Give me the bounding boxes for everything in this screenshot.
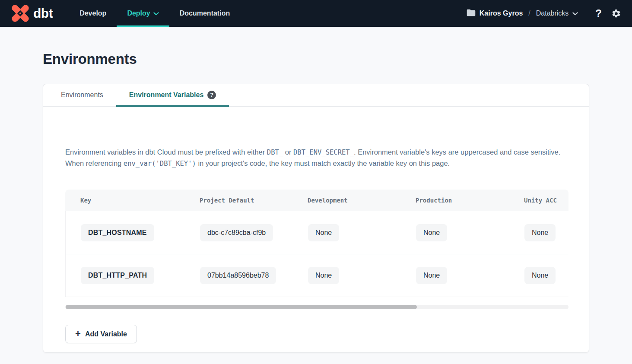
variable-key[interactable]: DBT_HTTP_PATH: [81, 267, 154, 284]
variable-unity-acc-value[interactable]: None: [524, 224, 556, 241]
nav-item-label: Deploy: [127, 9, 150, 17]
tab-label: Environments: [61, 91, 103, 99]
environments-card: Environments Environment Variables ? Env…: [43, 84, 589, 353]
variable-project-default[interactable]: dbc-c7c89cba-cf9b: [200, 224, 273, 241]
variable-production-value[interactable]: None: [416, 267, 447, 284]
project-separator: /: [528, 9, 530, 17]
dbt-logo[interactable]: dbt: [11, 0, 53, 27]
tab-environment-variables[interactable]: Environment Variables ?: [116, 84, 229, 107]
nav-item-develop[interactable]: Develop: [69, 0, 117, 27]
nav-item-label: Develop: [79, 9, 106, 17]
main-content: Environments Environments Environment Va…: [0, 27, 632, 353]
project-name: Databricks: [536, 9, 569, 17]
page-title: Environments: [43, 51, 589, 67]
column-header-project-default: Project Default: [184, 190, 292, 211]
code-snippet: env_var('DBT_KEY'): [124, 160, 196, 168]
folder-icon: [467, 9, 476, 18]
code-snippet: DBT_: [267, 149, 283, 156]
variables-table: Key Project Default Development Producti…: [65, 190, 568, 297]
column-header-unity-acc: Unity ACC: [509, 190, 568, 211]
nav-item-documentation[interactable]: Documentation: [169, 0, 240, 27]
gear-icon[interactable]: [611, 9, 621, 19]
top-navbar: dbt Develop Deploy Documentation Kairos: [0, 0, 632, 27]
description-part: or: [283, 148, 293, 156]
description-part: Environment variables in dbt Cloud must …: [65, 148, 267, 156]
table-row: DBT_HOSTNAME dbc-c7c89cba-cf9b None None…: [65, 211, 568, 254]
tab-help-icon[interactable]: ?: [207, 91, 216, 99]
horizontal-scrollbar-thumb[interactable]: [66, 305, 417, 309]
tab-bar: Environments Environment Variables ?: [43, 84, 589, 107]
column-header-key: Key: [65, 190, 184, 211]
nav-item-deploy[interactable]: Deploy: [117, 0, 169, 27]
chevron-down-icon: [153, 9, 159, 17]
description-text: Environment variables in dbt Cloud must …: [65, 147, 571, 169]
horizontal-scrollbar[interactable]: [65, 305, 568, 309]
chevron-down-icon: [572, 9, 578, 17]
add-variable-button[interactable]: + Add Variable: [65, 325, 137, 343]
plus-icon: +: [75, 329, 81, 339]
project-account: Kairos Gyros: [480, 9, 523, 17]
dbt-logo-icon: [11, 4, 30, 23]
column-header-development: Development: [292, 190, 400, 211]
add-variable-label: Add Variable: [85, 330, 127, 338]
nav-item-label: Documentation: [180, 9, 230, 17]
tab-label: Environment Variables: [129, 91, 204, 99]
variable-development-value[interactable]: None: [308, 224, 339, 241]
variable-development-value[interactable]: None: [308, 267, 339, 284]
page: dbt Develop Deploy Documentation Kairos: [0, 0, 632, 364]
tab-panel-environment-variables: Environment variables in dbt Cloud must …: [43, 107, 589, 343]
nav-right: Kairos Gyros / Databricks ?: [467, 0, 621, 27]
project-switcher[interactable]: Kairos Gyros / Databricks: [467, 9, 578, 18]
variable-production-value[interactable]: None: [416, 224, 447, 241]
column-header-production: Production: [400, 190, 509, 211]
nav-items: Develop Deploy Documentation: [69, 0, 240, 27]
table-row: DBT_HTTP_PATH 07bb14a8596beb78 None None…: [65, 254, 568, 297]
variable-unity-acc-value[interactable]: None: [524, 267, 556, 284]
description-part: in your project's code, the key must mat…: [196, 159, 450, 167]
variable-key[interactable]: DBT_HOSTNAME: [81, 224, 154, 241]
variable-project-default[interactable]: 07bb14a8596beb78: [200, 267, 276, 284]
code-snippet: DBT_ENV_SECRET_: [293, 149, 354, 156]
table-header-row: Key Project Default Development Producti…: [65, 190, 568, 211]
dbt-wordmark: dbt: [33, 7, 53, 20]
help-icon[interactable]: ?: [595, 7, 602, 19]
tab-environments[interactable]: Environments: [48, 84, 116, 107]
